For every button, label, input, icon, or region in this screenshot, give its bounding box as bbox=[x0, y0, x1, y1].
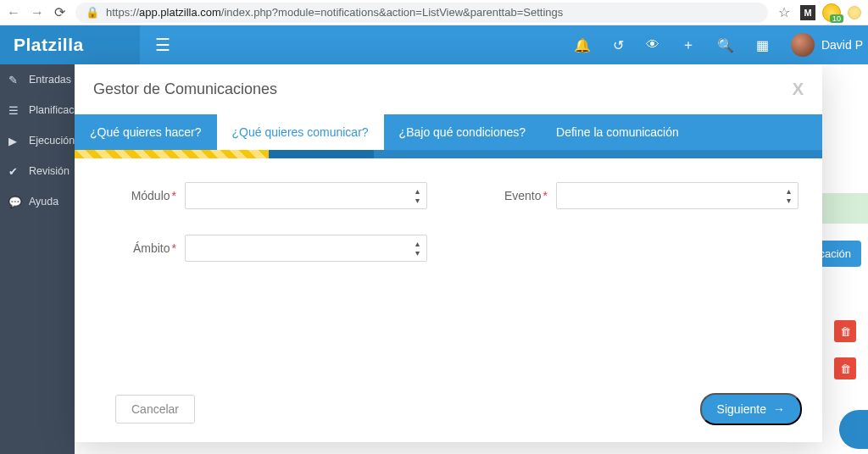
sidebar-item-label: Revisión bbox=[29, 165, 70, 177]
bg-row-highlight bbox=[817, 193, 868, 224]
plus-icon[interactable]: ＋ bbox=[682, 36, 695, 54]
url-text: https://app.platzilla.com/index.php?modu… bbox=[106, 6, 563, 19]
wizard-steps: ¿Qué quieres hacer? ¿Qué quieres comunic… bbox=[75, 114, 822, 150]
fab-button[interactable] bbox=[839, 410, 868, 449]
step-2[interactable]: ¿Qué quieres comunicar? bbox=[217, 114, 384, 150]
user-menu[interactable]: David P bbox=[791, 33, 863, 57]
check-icon: ✔ bbox=[8, 165, 20, 177]
hamburger-icon[interactable]: ☰ bbox=[140, 35, 186, 55]
play-icon: ▶ bbox=[8, 135, 20, 147]
search-icon[interactable]: 🔍 bbox=[717, 37, 734, 53]
sidebar-item-revision[interactable]: ✔Revisión bbox=[0, 156, 75, 186]
step-4[interactable]: Define la comunicación bbox=[541, 114, 694, 150]
apps-icon[interactable]: ▦ bbox=[756, 37, 769, 53]
field-evento: Evento* ▴▾ bbox=[470, 182, 798, 209]
avatar bbox=[791, 33, 815, 57]
cancel-button[interactable]: Cancelar bbox=[115, 395, 195, 424]
star-icon[interactable]: ☆ bbox=[778, 4, 790, 20]
step-1[interactable]: ¿Qué quieres hacer? bbox=[75, 114, 217, 150]
list-icon: ☰ bbox=[8, 104, 20, 116]
extension-icons: M 10 bbox=[800, 3, 861, 22]
label-evento: Evento* bbox=[470, 189, 548, 202]
field-ambito: Ámbito* ▴▾ bbox=[98, 235, 427, 262]
sidebar-item-label: Ejecución bbox=[29, 135, 75, 147]
eye-icon[interactable]: 👁 bbox=[646, 37, 659, 53]
sidebar-item-ayuda[interactable]: 💬Ayuda bbox=[0, 186, 75, 217]
sidebar-item-label: Entradas bbox=[29, 74, 71, 86]
modal: Gestor de Comunicaciones X ¿Qué quieres … bbox=[75, 64, 822, 442]
modal-title: Gestor de Comunicaciones bbox=[93, 80, 277, 98]
history-icon[interactable]: ↺ bbox=[613, 37, 624, 53]
sidebar-item-planificacion[interactable]: ☰Planificación bbox=[0, 95, 75, 125]
browser-bar: ← → ⟳ 🔒 https://app.platzilla.com/index.… bbox=[0, 0, 868, 25]
sidebar: ✎Entradas ☰Planificación ▶Ejecución ✔Rev… bbox=[0, 64, 75, 454]
user-name: David P bbox=[821, 38, 863, 52]
bg-trash-button-1[interactable]: 🗑 bbox=[834, 320, 856, 342]
brand-logo[interactable]: Platzilla bbox=[0, 25, 140, 64]
bg-trash-button-2[interactable]: 🗑 bbox=[834, 357, 856, 379]
extension-coin-icon[interactable]: 10 bbox=[822, 3, 841, 22]
wizard-progress bbox=[75, 150, 822, 158]
app-header: Platzilla ☰ 🔔 ↺ 👁 ＋ 🔍 ▦ David P bbox=[0, 25, 868, 64]
url-bar[interactable]: 🔒 https://app.platzilla.com/index.php?mo… bbox=[75, 3, 768, 23]
select-evento[interactable]: ▴▾ bbox=[556, 182, 798, 209]
label-ambito: Ámbito* bbox=[98, 241, 176, 255]
extension-m-icon[interactable]: M bbox=[800, 5, 815, 20]
pencil-icon: ✎ bbox=[8, 74, 20, 86]
close-icon[interactable]: X bbox=[793, 80, 804, 99]
label-modulo: Módulo* bbox=[98, 189, 176, 202]
forward-icon[interactable]: → bbox=[31, 5, 44, 20]
back-icon[interactable]: ← bbox=[7, 5, 20, 20]
next-button[interactable]: Siguiente→ bbox=[700, 393, 802, 425]
field-modulo: Módulo* ▴▾ bbox=[98, 182, 427, 209]
step-3[interactable]: ¿Bajo qué condiciones? bbox=[384, 114, 541, 150]
form: Módulo* ▴▾ Evento* ▴▾ Ámbito* ▴▾ bbox=[75, 158, 822, 381]
arrow-right-icon: → bbox=[773, 402, 785, 416]
select-ambito[interactable]: ▴▾ bbox=[185, 235, 427, 262]
select-modulo[interactable]: ▴▾ bbox=[185, 182, 427, 209]
extension-coin2-icon[interactable] bbox=[848, 6, 861, 19]
sidebar-item-label: Planificación bbox=[29, 104, 75, 116]
sidebar-item-entradas[interactable]: ✎Entradas bbox=[0, 64, 75, 95]
bell-icon[interactable]: 🔔 bbox=[574, 37, 591, 53]
reload-icon[interactable]: ⟳ bbox=[54, 4, 65, 20]
sidebar-item-label: Ayuda bbox=[29, 196, 58, 208]
sidebar-item-ejecucion[interactable]: ▶Ejecución bbox=[0, 125, 75, 156]
lock-icon: 🔒 bbox=[86, 6, 99, 19]
chat-icon: 💬 bbox=[8, 196, 20, 208]
